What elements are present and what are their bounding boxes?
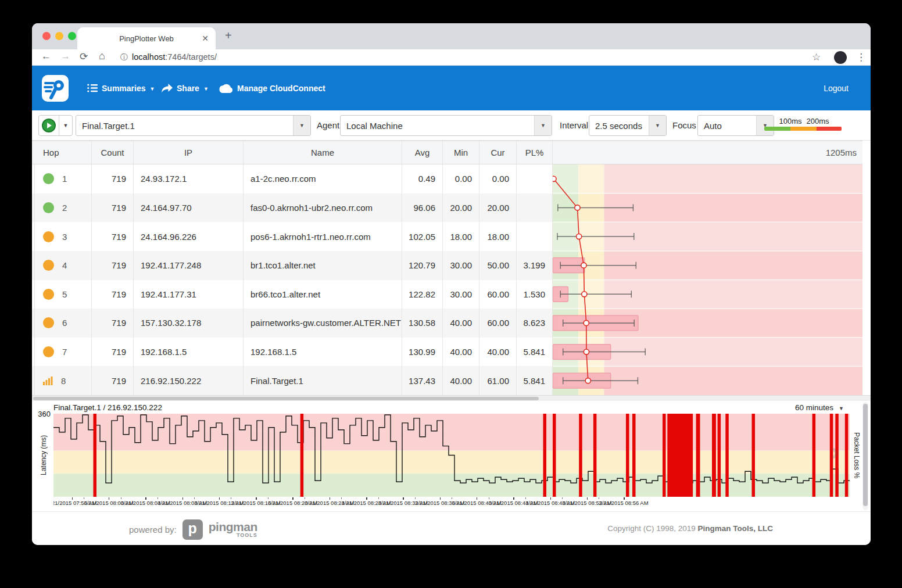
timeline-range-value: 60 minutes xyxy=(795,403,833,412)
cloud-icon xyxy=(218,83,233,93)
name-cell: Final.Target.1 xyxy=(244,366,402,395)
min-cell: 40.00 xyxy=(443,309,479,338)
agent-select[interactable]: Local Machine ▼ xyxy=(340,115,552,136)
vertical-scrollbar-thumb[interactable] xyxy=(863,404,868,506)
col-header-ip: IP xyxy=(134,141,244,164)
play-options-caret[interactable]: ▼ xyxy=(59,123,72,128)
manage-cloudconnect[interactable]: Manage CloudConnect xyxy=(218,66,325,110)
ip-cell: 24.164.96.226 xyxy=(134,222,244,251)
logout-button[interactable]: Logout xyxy=(824,66,849,110)
pingman-tools-logo[interactable]: p xyxy=(182,519,203,540)
hop-number: 8 xyxy=(61,376,66,386)
hop-number: 4 xyxy=(62,260,67,270)
count-cell: 719 xyxy=(92,366,134,395)
reload-icon[interactable]: ⟳ xyxy=(80,51,88,63)
browser-menu-icon[interactable]: ⋮ xyxy=(856,51,866,63)
share-label: Share xyxy=(177,84,199,93)
minimize-window-button[interactable] xyxy=(55,32,63,40)
cur-cell: 60.00 xyxy=(479,280,517,309)
trace-table-header: Hop Count IP Name Avg Min Cur PL% 1205ms xyxy=(32,141,862,164)
hop-number: 5 xyxy=(62,289,67,299)
hop-cell: 5 xyxy=(35,280,92,309)
avg-cell: 120.79 xyxy=(402,251,443,280)
pingman-brand: pingman xyxy=(209,522,257,532)
avg-cell: 130.99 xyxy=(402,338,443,367)
back-icon[interactable]: ← xyxy=(41,51,51,62)
count-cell: 719 xyxy=(92,164,134,193)
target-select-value: Final.Target.1 xyxy=(76,121,293,131)
share-arrow-icon xyxy=(162,84,173,93)
hop-latency-chart[interactable] xyxy=(553,164,862,395)
cur-cell: 40.00 xyxy=(479,338,517,367)
zoom-window-button[interactable] xyxy=(68,32,76,40)
horizontal-scrollbar-thumb[interactable] xyxy=(33,397,539,400)
count-cell: 719 xyxy=(92,309,134,338)
vertical-scrollbar[interactable] xyxy=(862,402,868,510)
name-cell: a1-2c.neo.rr.com xyxy=(244,164,402,193)
avg-cell: 0.49 xyxy=(402,164,443,193)
timeline-title: Final.Target.1 / 216.92.150.222 xyxy=(53,403,162,412)
timeline-chart[interactable] xyxy=(53,414,850,497)
ip-cell: 216.92.150.222 xyxy=(134,366,244,395)
status-warning-icon xyxy=(43,289,54,300)
url-path: :7464/targets/ xyxy=(165,52,217,62)
close-window-button[interactable] xyxy=(42,32,51,40)
summaries-menu[interactable]: Summaries ▼ xyxy=(87,66,155,110)
address-field[interactable]: localhost:7464/targets/ xyxy=(132,52,217,62)
cur-cell: 18.00 xyxy=(479,222,517,251)
count-cell: 719 xyxy=(92,251,134,280)
avg-cell: 130.58 xyxy=(402,309,443,338)
min-cell: 18.00 xyxy=(443,222,479,251)
pl-cell xyxy=(517,193,553,223)
bookmark-star-icon[interactable]: ☆ xyxy=(812,51,821,63)
horizontal-scrollbar[interactable] xyxy=(32,395,871,401)
cur-cell: 61.00 xyxy=(479,366,517,395)
url-host: localhost xyxy=(132,52,165,62)
powered-by-label: powered by: xyxy=(129,525,177,535)
forward-icon[interactable]: → xyxy=(60,51,70,62)
cur-cell: 0.00 xyxy=(479,164,517,193)
min-cell: 40.00 xyxy=(443,338,479,367)
cur-cell: 50.00 xyxy=(479,251,517,280)
ip-cell: 192.168.1.5 xyxy=(134,338,244,367)
copyright-text: Copyright (C) 1998, 2019 Pingman Tools, … xyxy=(607,524,773,533)
new-tab-button[interactable]: + xyxy=(225,29,232,42)
tab-close-icon[interactable]: ✕ xyxy=(202,34,209,43)
interval-label: Interval xyxy=(560,120,588,130)
pl-cell: 3.199 xyxy=(517,251,553,280)
pingman-tools-wordmark: pingman TOOLS xyxy=(209,522,257,538)
interval-select[interactable]: 2.5 seconds ▼ xyxy=(589,115,667,136)
legend-gradient-bar xyxy=(764,127,842,131)
target-select[interactable]: Final.Target.1 ▼ xyxy=(76,115,311,136)
play-button[interactable] xyxy=(39,116,59,135)
col-header-min: Min xyxy=(443,141,479,164)
powered-by: powered by: p pingman TOOLS xyxy=(129,519,257,540)
page-info-icon[interactable]: ⓘ xyxy=(120,52,128,63)
home-icon[interactable]: ⌂ xyxy=(99,50,105,62)
avg-cell: 96.06 xyxy=(402,193,443,223)
min-cell: 30.00 xyxy=(443,251,479,280)
share-menu[interactable]: Share ▼ xyxy=(162,66,209,110)
time-axis-label: 3/21/2015 08:56 AM xyxy=(597,497,650,508)
cur-cell: 20.00 xyxy=(479,193,517,223)
profile-avatar[interactable] xyxy=(834,51,847,64)
hop-cell: 8 xyxy=(35,366,92,395)
status-good-icon xyxy=(43,202,54,213)
pl-cell: 5.841 xyxy=(517,366,553,395)
chevron-down-icon: ▼ xyxy=(203,86,209,92)
pl-cell xyxy=(517,164,553,193)
browser-tab[interactable]: PingPlotter Web ✕ xyxy=(77,27,216,49)
focus-select[interactable]: Auto ▼ xyxy=(697,115,774,136)
hop-cell: 2 xyxy=(35,193,92,223)
packet-loss-axis-label: Packet Loss % xyxy=(853,414,861,497)
timeline-range-select[interactable]: 60 minutes ▼ xyxy=(795,403,844,412)
hop-cell: 3 xyxy=(35,222,92,251)
ip-cell: 157.130.32.178 xyxy=(134,309,244,338)
pingplotter-logo[interactable] xyxy=(42,75,69,102)
legend-200ms-label: 200ms xyxy=(806,117,829,126)
ip-cell: 24.93.172.1 xyxy=(134,164,244,193)
pl-cell: 5.841 xyxy=(517,338,553,367)
status-warning-icon xyxy=(43,231,54,242)
min-cell: 30.00 xyxy=(443,280,479,309)
page-footer: powered by: p pingman TOOLS Copyright (C… xyxy=(32,511,871,545)
